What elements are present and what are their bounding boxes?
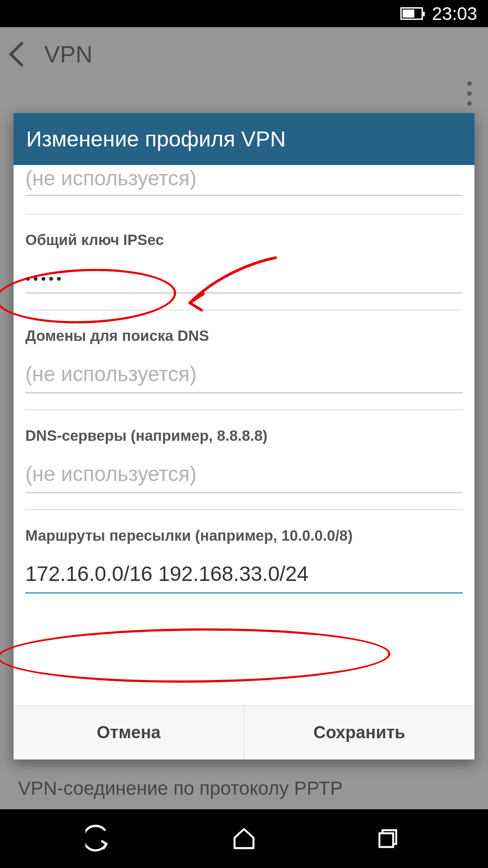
- navigation-bar: [0, 809, 488, 868]
- nav-home-icon[interactable]: [230, 825, 258, 853]
- divider: [25, 509, 463, 510]
- ipsec-key-label: Общий ключ IPSec: [25, 231, 463, 249]
- nav-back-icon[interactable]: [85, 825, 113, 853]
- clock: 23:03: [432, 4, 477, 24]
- status-bar: 23:03: [0, 0, 488, 27]
- dialog-body[interactable]: (не используется) Общий ключ IPSec •••••…: [14, 165, 474, 705]
- routes-label: Маршруты пересылки (например, 10.0.0.0/8…: [25, 527, 463, 544]
- battery-icon: [400, 7, 423, 20]
- dialog-footer: Отмена Сохранить: [14, 705, 474, 760]
- divider: [25, 214, 463, 214]
- svg-rect-0: [380, 833, 393, 847]
- save-button[interactable]: Сохранить: [244, 706, 475, 760]
- routes-input[interactable]: [25, 558, 463, 594]
- divider: [25, 410, 463, 410]
- dns-servers-field: DNS-серверы (например, 8.8.8.8): [14, 427, 474, 493]
- dialog-title: Изменение профиля VPN: [14, 113, 474, 165]
- dns-domains-label: Домены для поиска DNS: [25, 327, 463, 344]
- cutoff-placeholder: (не используется): [25, 166, 463, 196]
- dns-servers-input[interactable]: [25, 458, 463, 493]
- previous-field-cutoff: (не используется): [14, 165, 474, 202]
- divider: [25, 310, 463, 310]
- app-screen: VPN VPN-соединение по протоколу РРТР Изм…: [0, 27, 488, 809]
- cancel-button[interactable]: Отмена: [14, 706, 244, 760]
- ipsec-key-field: Общий ключ IPSec •••••: [14, 231, 474, 293]
- routes-field: Маршруты пересылки (например, 10.0.0.0/8…: [14, 527, 474, 594]
- dns-domains-input[interactable]: [25, 358, 463, 393]
- dns-domains-field: Домены для поиска DNS: [14, 327, 474, 393]
- dns-servers-label: DNS-серверы (например, 8.8.8.8): [25, 427, 463, 444]
- nav-recent-icon[interactable]: [375, 825, 403, 853]
- edit-vpn-dialog: Изменение профиля VPN (не используется) …: [14, 113, 474, 760]
- ipsec-key-input[interactable]: •••••: [25, 262, 463, 293]
